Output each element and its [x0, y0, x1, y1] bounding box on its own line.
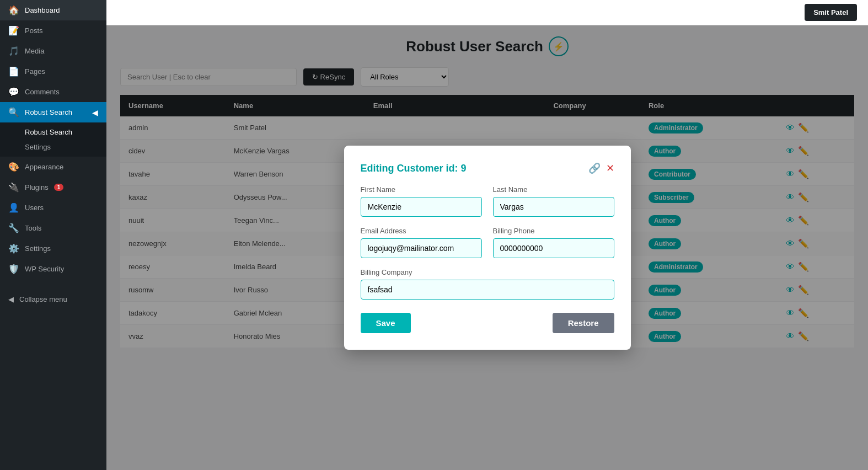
sidebar: 🏠 Dashboard 📝 Posts 🎵 Media 📄 Pages 💬 Co… [0, 0, 106, 470]
sidebar-item-comments[interactable]: 💬 Comments [0, 82, 106, 102]
collapse-icon: ◀ [8, 295, 14, 303]
modal-overlay: Editing Customer id: 9 🔗 ✕ First Name La… [106, 25, 868, 470]
last-name-input[interactable] [493, 197, 614, 217]
modal-footer: Save Restore [361, 313, 614, 333]
topbar: Smit Patel [106, 0, 868, 25]
settings-icon: ⚙️ [8, 243, 19, 254]
company-row: Billing Company [361, 268, 614, 300]
collapse-menu-button[interactable]: ◀ Collapse menu [0, 290, 106, 308]
user-button[interactable]: Smit Patel [805, 4, 857, 21]
pages-icon: 📄 [8, 66, 19, 77]
comments-icon: 💬 [8, 87, 19, 97]
email-input[interactable] [361, 238, 482, 258]
modal-open-button[interactable]: 🔗 [588, 162, 601, 174]
edit-customer-modal: Editing Customer id: 9 🔗 ✕ First Name La… [344, 146, 631, 350]
media-icon: 🎵 [8, 46, 19, 56]
modal-header: Editing Customer id: 9 🔗 ✕ [361, 162, 614, 174]
tools-icon: 🔧 [8, 223, 19, 233]
sidebar-item-label: Pages [25, 67, 45, 76]
sidebar-item-label: Media [25, 47, 44, 55]
appearance-icon: 🎨 [8, 162, 19, 172]
sidebar-item-label: Users [25, 204, 44, 212]
sidebar-item-users[interactable]: 👤 Users [0, 197, 106, 218]
name-row: First Name Last Name [361, 185, 614, 217]
sidebar-item-pages[interactable]: 📄 Pages [0, 61, 106, 82]
sidebar-item-wp-security[interactable]: 🛡️ WP Security [0, 259, 106, 279]
sidebar-item-dashboard[interactable]: 🏠 Dashboard [0, 0, 106, 20]
plugins-badge: 1 [54, 184, 64, 191]
contact-row: Email Address Billing Phone [361, 227, 614, 258]
wp-security-icon: 🛡️ [8, 264, 19, 274]
sidebar-item-label: Dashboard [25, 6, 60, 14]
billing-company-group: Billing Company [361, 268, 614, 300]
billing-phone-label: Billing Phone [493, 227, 614, 235]
users-icon: 👤 [8, 202, 19, 213]
main-content: Smit Patel Robust User Search ⚡ ↻ ReSync… [106, 0, 868, 470]
restore-button[interactable]: Restore [553, 313, 614, 333]
sidebar-item-label: Comments [25, 88, 60, 96]
sidebar-item-settings[interactable]: ⚙️ Settings [0, 238, 106, 259]
last-name-label: Last Name [493, 185, 614, 194]
billing-phone-input[interactable] [493, 238, 614, 258]
modal-close-button[interactable]: ✕ [606, 162, 614, 174]
sidebar-item-label: Posts [25, 26, 43, 35]
modal-title: Editing Customer id: 9 [361, 163, 467, 174]
sidebar-item-plugins[interactable]: 🔌 Plugins 1 [0, 177, 106, 197]
submenu-item-settings[interactable]: Settings [0, 140, 106, 154]
billing-company-label: Billing Company [361, 268, 614, 276]
first-name-label: First Name [361, 185, 482, 194]
sidebar-item-media[interactable]: 🎵 Media [0, 41, 106, 61]
page-content: Robust User Search ⚡ ↻ ReSync All Roles … [106, 25, 868, 470]
sidebar-item-tools[interactable]: 🔧 Tools [0, 218, 106, 238]
last-name-group: Last Name [493, 185, 614, 217]
sidebar-item-appearance[interactable]: 🎨 Appearance [0, 157, 106, 177]
modal-actions: 🔗 ✕ [588, 162, 614, 174]
billing-company-input[interactable] [361, 280, 614, 300]
sidebar-item-posts[interactable]: 📝 Posts [0, 20, 106, 41]
sidebar-item-label: Robust Search [25, 108, 72, 116]
submenu-item-robust-search[interactable]: Robust Search [0, 125, 106, 140]
chevron-icon: ◀ [92, 108, 98, 117]
email-label: Email Address [361, 227, 482, 235]
save-button[interactable]: Save [361, 313, 411, 333]
sidebar-item-label: Tools [25, 224, 41, 232]
first-name-input[interactable] [361, 197, 482, 217]
collapse-label: Collapse menu [19, 295, 67, 303]
dashboard-icon: 🏠 [8, 5, 19, 15]
billing-phone-group: Billing Phone [493, 227, 614, 258]
posts-icon: 📝 [8, 25, 19, 36]
first-name-group: First Name [361, 185, 482, 217]
sidebar-item-robust-search[interactable]: 🔍 Robust Search ◀ [0, 102, 106, 122]
sidebar-item-label: Plugins [25, 183, 49, 191]
sidebar-item-label: Settings [25, 244, 51, 253]
email-group: Email Address [361, 227, 482, 258]
robust-search-icon: 🔍 [8, 107, 19, 118]
sidebar-item-label: WP Security [25, 265, 64, 273]
sidebar-item-label: Appearance [25, 163, 63, 171]
robust-search-submenu: Robust Search Settings [0, 122, 106, 157]
plugins-icon: 🔌 [8, 182, 19, 193]
